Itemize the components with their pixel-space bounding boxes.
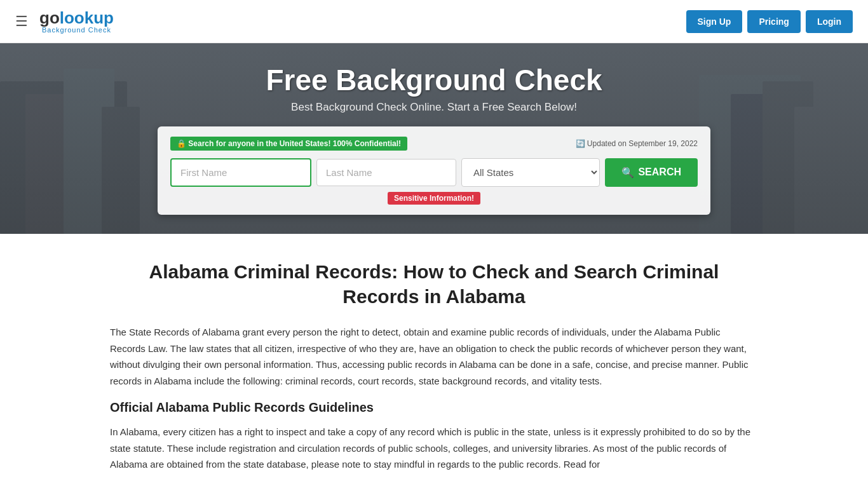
pricing-button[interactable]: Pricing [747, 10, 800, 33]
updated-label: 🔄 Updated on September 19, 2022 [576, 139, 698, 148]
search-fields: All States Alabama Alaska Arizona Arkans… [170, 158, 698, 187]
sensitive-badge: Sensitive Information! [388, 192, 480, 205]
hamburger-menu-icon[interactable]: ☰ [15, 13, 28, 30]
intro-paragraph: The State Records of Alabama grant every… [110, 324, 758, 389]
signup-button[interactable]: Sign Up [686, 10, 743, 33]
header: ☰ golookup Background Check Sign Up Pric… [0, 0, 868, 43]
login-button[interactable]: Login [806, 10, 853, 33]
hero-section: Free Background Check Best Background Ch… [0, 43, 868, 234]
logo-text: golookup [39, 10, 114, 26]
last-name-input[interactable] [316, 159, 456, 186]
page-title: Alabama Criminal Records: How to Check a… [110, 259, 758, 309]
sensitive-area: Sensitive Information! [170, 192, 698, 205]
first-name-input[interactable] [170, 158, 311, 187]
hero-title: Free Background Check [0, 63, 868, 97]
section1-title: Official Alabama Public Records Guidelin… [110, 400, 758, 415]
header-right: Sign Up Pricing Login [686, 10, 853, 33]
logo: golookup Background Check [39, 10, 114, 34]
logo-lookup: lookup [60, 8, 114, 27]
search-button-label: SEARCH [638, 166, 681, 178]
hero-subtitle: Best Background Check Online. Start a Fr… [0, 101, 868, 114]
main-content: Alabama Criminal Records: How to Check a… [85, 259, 783, 488]
search-button[interactable]: 🔍 SEARCH [605, 158, 698, 187]
confidential-badge: 🔒 Search for anyone in the United States… [170, 137, 407, 151]
state-select[interactable]: All States Alabama Alaska Arizona Arkans… [461, 158, 600, 187]
logo-go: go [39, 8, 60, 27]
logo-subtitle: Background Check [39, 26, 114, 34]
section1-paragraph: In Alabama, every citizen has a right to… [110, 424, 758, 473]
header-left: ☰ golookup Background Check [15, 10, 114, 34]
search-icon: 🔍 [621, 166, 634, 179]
search-container: 🔒 Search for anyone in the United States… [158, 126, 710, 215]
hero-content: Free Background Check Best Background Ch… [0, 63, 868, 215]
search-top-bar: 🔒 Search for anyone in the United States… [170, 137, 698, 151]
